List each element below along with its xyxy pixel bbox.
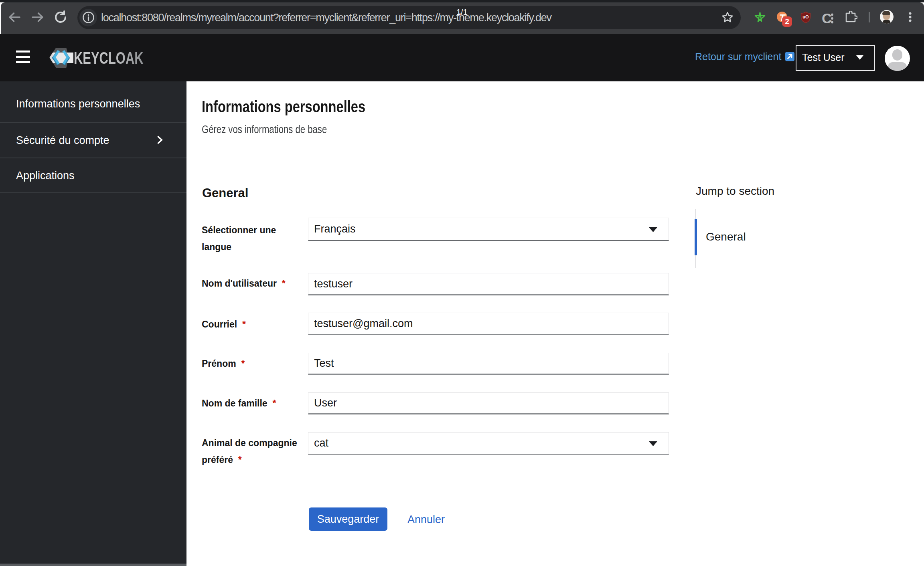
svg-text:uO: uO xyxy=(802,14,809,19)
